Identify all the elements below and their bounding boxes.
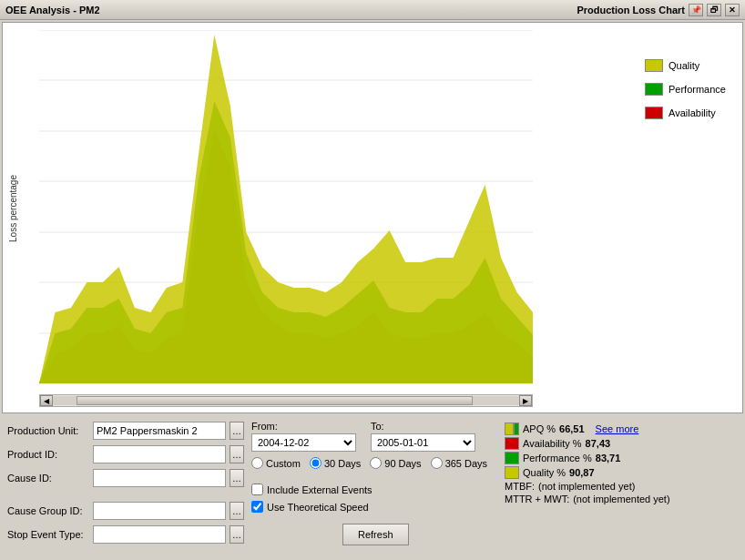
mtbf-stat-row: MTBF: (not implemented yet)	[505, 481, 738, 492]
left-form: Production Unit: … Product ID: … Cause I…	[7, 421, 244, 558]
mttr-stat-row: MTTR + MWT: (not implemented yet)	[505, 494, 738, 504]
product-id-browse-button[interactable]: …	[230, 445, 244, 463]
availability-stat-value: 87,43	[586, 438, 611, 449]
to-date-wrapper: 2005-01-01 2004-12-01	[371, 433, 475, 452]
cause-group-id-input[interactable]	[93, 502, 226, 520]
stop-event-type-row: Stop Event Type: …	[7, 524, 244, 545]
production-unit-input[interactable]	[93, 422, 226, 440]
mtbf-value: (not implemented yet)	[538, 481, 635, 492]
window-title: OEE Analysis - PM2	[5, 5, 100, 15]
custom-radio[interactable]	[251, 457, 263, 469]
cause-id-row: Cause ID: …	[7, 468, 244, 488]
from-date-group: From: 2004-12-02 2004-11-02	[251, 421, 356, 452]
title-bar-right: Production Loss Chart 📌 🗗 ✕	[577, 4, 740, 16]
chart-area: Loss percentage 0 20 40 60 80 100 120 14…	[2, 22, 743, 413]
scroll-thumb[interactable]	[77, 396, 473, 405]
close-button[interactable]: ✕	[725, 4, 740, 16]
from-date-select[interactable]: 2004-12-02 2004-11-02	[251, 433, 356, 452]
include-external-events-label: Include External Events	[267, 484, 372, 495]
performance-stat-row: Performance % 83,71	[505, 452, 738, 464]
availability-stat-label: Availability %	[523, 438, 582, 449]
stop-event-type-browse-button[interactable]: …	[230, 525, 244, 544]
use-theoretical-speed-row: Use Theoretical Speed	[251, 501, 497, 513]
performance-stat-label: Performance %	[523, 453, 592, 463]
title-bar: OEE Analysis - PM2 Production Loss Chart…	[0, 0, 745, 20]
cause-group-id-browse-button[interactable]: …	[230, 502, 244, 520]
apq-value: 66,51	[559, 423, 585, 434]
include-external-events-row: Include External Events	[251, 484, 497, 495]
from-date-wrapper: 2004-12-02 2004-11-02	[251, 433, 356, 452]
quality-stat-value: 90,87	[569, 467, 595, 478]
svg-marker-18	[39, 35, 533, 383]
quality-stat-color	[505, 466, 519, 479]
performance-color-box	[645, 83, 663, 96]
production-unit-label: Production Unit:	[7, 425, 89, 436]
refresh-button[interactable]: Refresh	[342, 524, 409, 545]
chart-title: Production Loss Chart	[577, 5, 685, 15]
production-unit-row: Production Unit: …	[7, 421, 244, 441]
90days-label: 90 Days	[384, 458, 421, 469]
to-date-select[interactable]: 2005-01-01 2004-12-01	[371, 433, 475, 452]
quality-stat-row: Quality % 90,87	[505, 466, 738, 479]
performance-stat-value: 83,71	[596, 453, 621, 463]
90days-radio-label[interactable]: 90 Days	[370, 457, 421, 469]
quality-color-box	[645, 59, 663, 72]
legend-availability: Availability	[645, 107, 735, 119]
cause-group-id-label: Cause Group ID:	[7, 505, 89, 516]
scroll-left-button[interactable]: ◀	[40, 395, 53, 406]
middle-form: From: 2004-12-02 2004-11-02 To: 2005-01-…	[251, 421, 497, 558]
cause-id-label: Cause ID:	[7, 473, 89, 484]
chart-legend: Quality Performance Availability	[638, 23, 742, 412]
legend-performance: Performance	[645, 83, 735, 96]
product-id-input[interactable]	[93, 445, 226, 463]
pin-button[interactable]: 📌	[689, 4, 703, 16]
cause-group-id-row: Cause Group ID: …	[7, 501, 244, 521]
90days-radio[interactable]	[370, 457, 382, 469]
custom-radio-label[interactable]: Custom	[251, 457, 301, 469]
365days-radio[interactable]	[431, 457, 443, 469]
availability-color-box	[645, 107, 663, 119]
mttr-value: (not implemented yet)	[573, 494, 669, 504]
y-axis-label: Loss percentage	[8, 175, 18, 242]
product-id-label: Product ID:	[7, 449, 89, 460]
apq-color-box-1	[505, 423, 514, 435]
365days-radio-label[interactable]: 365 Days	[431, 457, 487, 469]
stop-event-type-input[interactable]	[93, 525, 226, 544]
apq-color-box-2	[514, 423, 519, 435]
date-range-row: From: 2004-12-02 2004-11-02 To: 2005-01-…	[251, 421, 497, 452]
from-label: From:	[251, 421, 356, 432]
horizontal-scrollbar[interactable]: ◀ ▶	[39, 394, 533, 407]
legend-quality: Quality	[645, 59, 735, 72]
to-label: To:	[371, 421, 475, 432]
quality-label: Quality	[668, 60, 699, 71]
cause-id-browse-button[interactable]: …	[230, 469, 244, 487]
30days-radio-label[interactable]: 30 Days	[310, 457, 361, 469]
performance-label: Performance	[668, 84, 726, 95]
restore-button[interactable]: 🗗	[707, 4, 721, 16]
to-date-group: To: 2005-01-01 2004-12-01	[371, 421, 475, 452]
period-radio-row: Custom 30 Days 90 Days 365 Days	[251, 457, 497, 469]
scroll-right-button[interactable]: ▶	[519, 395, 532, 406]
cause-id-input[interactable]	[93, 469, 226, 487]
performance-stat-color	[505, 452, 519, 464]
custom-label: Custom	[266, 458, 301, 469]
availability-stat-color	[505, 437, 519, 450]
include-external-events-checkbox[interactable]	[251, 484, 263, 495]
use-theoretical-speed-checkbox[interactable]	[251, 501, 263, 513]
availability-label: Availability	[668, 107, 716, 118]
availability-stat-row: Availability % 87,43	[505, 437, 738, 450]
quality-stat-label: Quality %	[523, 467, 566, 478]
production-unit-browse-button[interactable]: …	[230, 422, 244, 440]
mttr-label: MTTR + MWT:	[505, 494, 569, 504]
chart-svg: 0 20 40 60 80 100 120 140 2004-12-05 200…	[39, 30, 533, 385]
stop-event-type-label: Stop Event Type:	[7, 529, 89, 540]
see-more-link[interactable]: See more	[596, 423, 639, 434]
chart-main: Loss percentage 0 20 40 60 80 100 120 14…	[3, 23, 638, 412]
use-theoretical-speed-label: Use Theoretical Speed	[267, 502, 369, 513]
right-stats-panel: APQ % 66,51 See more Availability % 87,4…	[505, 421, 738, 558]
product-id-row: Product ID: …	[7, 444, 244, 464]
30days-label: 30 Days	[324, 458, 361, 469]
scroll-track[interactable]	[53, 396, 519, 405]
30days-radio[interactable]	[310, 457, 321, 469]
mtbf-label: MTBF:	[505, 481, 535, 492]
